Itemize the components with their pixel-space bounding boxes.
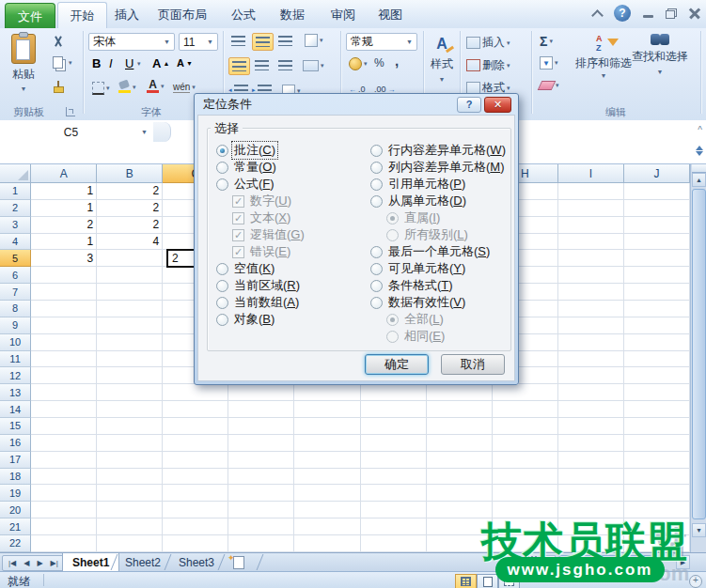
option-label[interactable]: 空值(K) <box>232 260 276 277</box>
cancel-button[interactable]: 取消 <box>441 354 505 375</box>
cell-A1[interactable]: 1 <box>31 183 97 200</box>
cell-B11[interactable] <box>97 351 163 368</box>
row-header-19[interactable]: 19 <box>0 485 31 502</box>
cell-I5[interactable] <box>558 250 624 267</box>
help-icon[interactable]: ? <box>614 5 631 22</box>
cell-G19[interactable] <box>427 485 493 502</box>
row-header-21[interactable]: 21 <box>0 518 31 535</box>
cell-G14[interactable] <box>427 401 493 418</box>
cell-J4[interactable] <box>624 234 690 251</box>
cell-I18[interactable] <box>558 469 624 486</box>
cell-J17[interactable] <box>624 452 690 469</box>
cell-B20[interactable] <box>97 502 163 518</box>
cell-J19[interactable] <box>624 485 690 502</box>
cell-D13[interactable] <box>228 384 294 401</box>
find-select-button[interactable]: 查找和选择 ▼ <box>632 34 688 75</box>
tab-view[interactable]: 视图 <box>378 3 402 27</box>
cell-A10[interactable] <box>31 334 97 351</box>
option-label[interactable]: 行内容差异单元格(W) <box>386 142 508 159</box>
cell-F19[interactable] <box>361 485 427 502</box>
radio-S[interactable] <box>370 246 383 258</box>
name-box-dropdown-icon[interactable]: ▼ <box>141 129 148 135</box>
prev-sheet-icon[interactable]: ◀ <box>24 559 29 567</box>
cell-B12[interactable] <box>97 367 163 384</box>
page-layout-view-button[interactable] <box>477 574 498 588</box>
row-header-12[interactable]: 12 <box>0 367 31 384</box>
cell-B22[interactable] <box>97 535 163 552</box>
cut-button[interactable] <box>53 36 64 47</box>
cell-I6[interactable] <box>558 267 624 284</box>
split-handle[interactable] <box>692 164 706 173</box>
close-icon[interactable] <box>689 8 700 19</box>
cell-E16[interactable] <box>294 435 360 452</box>
row-header-16[interactable]: 16 <box>0 435 31 452</box>
restore-icon[interactable] <box>666 8 677 19</box>
comma-button[interactable]: , <box>395 53 399 69</box>
row-header-10[interactable]: 10 <box>0 334 31 351</box>
cell-F20[interactable] <box>361 502 427 518</box>
currency-button[interactable]: ▾ <box>349 57 368 70</box>
cell-J18[interactable] <box>624 469 690 486</box>
column-header-J[interactable]: J <box>624 164 690 183</box>
sort-filter-button[interactable]: AZ 排序和筛选 ▼ <box>575 34 632 79</box>
cell-I17[interactable] <box>558 452 624 469</box>
cell-B5[interactable] <box>97 250 163 267</box>
cell-J9[interactable] <box>624 317 690 334</box>
align-bottom-button[interactable] <box>278 36 292 46</box>
radio-A[interactable] <box>216 297 228 309</box>
cell-A20[interactable] <box>31 502 97 518</box>
radio-K[interactable] <box>216 263 228 275</box>
cell-A3[interactable]: 2 <box>31 217 97 234</box>
radio-P[interactable] <box>370 178 383 191</box>
fill-color-button[interactable]: ▾ <box>118 81 136 93</box>
select-all-corner[interactable] <box>0 164 31 183</box>
cell-F17[interactable] <box>361 452 427 469</box>
borders-button[interactable]: ▾ <box>92 82 110 95</box>
cell-G15[interactable] <box>427 418 493 435</box>
cell-B8[interactable] <box>97 301 163 317</box>
option-label[interactable]: 数据有效性(V) <box>386 294 467 311</box>
dialog-help-icon[interactable]: ? <box>457 97 481 113</box>
cell-C21[interactable] <box>163 518 228 535</box>
clear-button[interactable]: ▾ <box>540 81 559 90</box>
cell-J6[interactable] <box>624 267 690 284</box>
row-header-20[interactable]: 20 <box>0 502 31 518</box>
cell-A21[interactable] <box>31 518 97 535</box>
vertical-scroll-thumb[interactable] <box>692 189 706 519</box>
cell-A15[interactable] <box>31 418 97 435</box>
cell-B1[interactable]: 2 <box>97 183 163 200</box>
cell-I19[interactable] <box>558 485 624 502</box>
row-header-9[interactable]: 9 <box>0 317 31 334</box>
cell-H15[interactable] <box>493 418 558 435</box>
autosum-button[interactable]: Σ▾ <box>540 34 553 49</box>
cell-A7[interactable] <box>31 284 97 301</box>
align-right-button[interactable] <box>278 60 292 70</box>
cell-I8[interactable] <box>558 301 624 317</box>
minimize-ribbon-icon[interactable] <box>591 9 604 22</box>
cell-A12[interactable] <box>31 367 97 384</box>
cell-I11[interactable] <box>558 351 624 368</box>
cell-B14[interactable] <box>97 401 163 418</box>
cell-D17[interactable] <box>228 452 294 469</box>
option-label[interactable]: 当前区域(R) <box>232 277 302 294</box>
scroll-down-icon[interactable]: ▼ <box>692 523 706 537</box>
row-header-11[interactable]: 11 <box>0 351 31 368</box>
cell-H13[interactable] <box>493 384 558 401</box>
option-label[interactable]: 列内容差异单元格(M) <box>386 159 507 176</box>
cell-A19[interactable] <box>31 485 97 502</box>
row-header-7[interactable]: 7 <box>0 284 31 301</box>
cell-H17[interactable] <box>493 452 558 469</box>
radio-D[interactable] <box>370 195 383 208</box>
cell-A6[interactable] <box>31 267 97 284</box>
ok-button[interactable]: 确定 <box>365 354 429 375</box>
cell-F16[interactable] <box>361 435 427 452</box>
cell-D15[interactable] <box>228 418 294 435</box>
cell-B21[interactable] <box>97 518 163 535</box>
first-sheet-icon[interactable]: |◀ <box>8 559 16 567</box>
cell-J12[interactable] <box>624 367 690 384</box>
font-size-combo[interactable]: 11▼ <box>179 33 218 51</box>
cell-I1[interactable] <box>558 183 624 200</box>
cell-C18[interactable] <box>163 469 228 486</box>
styles-button[interactable]: A 样式 ▼ <box>431 36 453 83</box>
next-sheet-icon[interactable]: ▶ <box>37 559 42 567</box>
